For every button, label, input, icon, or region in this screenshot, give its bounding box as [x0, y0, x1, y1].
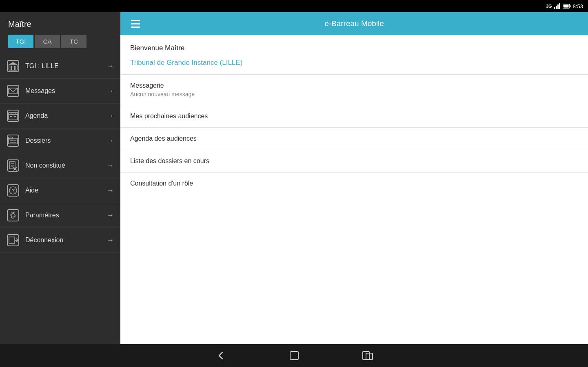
nav-item-messages[interactable]: Messages → — [0, 79, 120, 104]
nav-item-non-constitue[interactable]: Non constitué → — [0, 153, 120, 178]
nav-arrow-agenda: → — [107, 112, 114, 120]
content-area: Bienvenue Maître Tribunal de Grande Inst… — [120, 35, 588, 344]
svg-rect-15 — [9, 113, 18, 120]
hamburger-line-3 — [131, 27, 140, 28]
logout-icon — [7, 234, 20, 247]
svg-rect-3 — [559, 3, 560, 9]
nav-label-parametres: Paramètres — [25, 212, 107, 219]
message-icon — [7, 84, 20, 97]
signal-icon — [554, 3, 561, 9]
svg-rect-20 — [14, 116, 16, 117]
svg-rect-12 — [7, 85, 19, 97]
section-consultation-role[interactable]: Consultation d'un rôle — [120, 172, 588, 195]
nav-item-aide[interactable]: ? Aide → — [0, 178, 120, 203]
svg-rect-10 — [14, 66, 16, 70]
help-icon: ? — [7, 184, 20, 197]
nav-item-agenda[interactable]: Agenda → — [0, 104, 120, 128]
section-liste-dossiers[interactable]: Liste des dossiers en cours — [120, 150, 588, 172]
calendar-icon — [7, 109, 20, 122]
svg-rect-2 — [557, 4, 559, 9]
svg-rect-42 — [290, 352, 298, 360]
tab-ca[interactable]: CA — [35, 35, 60, 48]
nav-arrow-parametres: → — [107, 211, 114, 220]
nav-item-parametres[interactable]: Paramètres → — [0, 203, 120, 228]
nav-arrow-deconnexion: → — [107, 236, 114, 245]
clock: 8:53 — [573, 3, 583, 9]
main-content: e-Barreau Mobile Bienvenue Maître Tribun… — [120, 12, 588, 344]
section-title-consultation-role: Consultation d'un rôle — [130, 180, 578, 187]
nav-item-dossiers[interactable]: Dossiers → — [0, 128, 120, 153]
svg-rect-6 — [563, 5, 568, 8]
svg-text:?: ? — [12, 188, 15, 194]
bottom-bar — [0, 344, 588, 367]
section-agenda-audiences[interactable]: Agenda des audiences — [120, 127, 588, 150]
nav-item-deconnexion[interactable]: Déconnexion → — [0, 228, 120, 253]
nav-item-tgi[interactable]: TGI : LILLE → — [0, 54, 120, 79]
sidebar-header: Maître TGI CA TC — [0, 12, 120, 54]
status-icons: 3G 8:53 — [546, 3, 583, 9]
section-prochaines-audiences[interactable]: Mes prochaines audiences — [120, 105, 588, 127]
status-bar: 3G 8:53 — [0, 0, 588, 12]
hamburger-line-1 — [131, 20, 140, 21]
recents-icon — [362, 350, 373, 361]
svg-rect-5 — [570, 5, 570, 7]
svg-marker-11 — [9, 62, 17, 64]
tab-tc[interactable]: TC — [61, 35, 87, 48]
nav-label-aide: Aide — [25, 187, 107, 194]
nav-label-tgi: TGI : LILLE — [25, 62, 107, 70]
app-title: e-Barreau Mobile — [324, 19, 384, 28]
svg-rect-8 — [9, 64, 17, 70]
welcome-text: Bienvenue Maître — [120, 35, 588, 56]
nav-arrow-dossiers: → — [107, 137, 114, 145]
svg-rect-1 — [556, 6, 557, 9]
top-bar: e-Barreau Mobile — [120, 12, 588, 35]
svg-rect-40 — [9, 237, 15, 243]
section-title-prochaines-audiences: Mes prochaines audiences — [130, 113, 578, 120]
hamburger-line-2 — [131, 23, 140, 24]
section-messagerie[interactable]: Messagerie Aucun nouveau message — [120, 74, 588, 105]
sidebar: Maître TGI CA TC TGI : LILLE → — [0, 12, 120, 344]
back-icon — [215, 350, 226, 361]
hamburger-button[interactable] — [127, 15, 144, 32]
svg-rect-9 — [11, 66, 12, 70]
nav-label-messages: Messages — [25, 87, 107, 95]
sidebar-title: Maître — [8, 20, 112, 29]
section-title-messagerie: Messagerie — [130, 82, 578, 89]
folder-icon — [7, 134, 20, 147]
nav-arrow-messages: → — [107, 87, 114, 95]
svg-point-37 — [11, 214, 15, 217]
nav-label-non-constitue: Non constitué — [25, 162, 107, 169]
tab-tgi[interactable]: TGI — [8, 35, 33, 48]
nav-label-agenda: Agenda — [25, 112, 107, 119]
svg-rect-0 — [554, 7, 555, 9]
recents-button[interactable] — [359, 347, 376, 364]
nav-label-deconnexion: Déconnexion — [25, 237, 107, 244]
battery-icon — [563, 4, 571, 9]
back-button[interactable] — [213, 347, 229, 364]
nav-arrow-non-constitue: → — [107, 161, 114, 170]
home-icon — [288, 350, 300, 361]
tgi-link[interactable]: Tribunal de Grande Instance (LILLE) — [120, 56, 588, 74]
svg-rect-36 — [7, 210, 19, 221]
section-title-liste-dossiers: Liste des dossiers en cours — [130, 157, 578, 165]
courthouse-icon — [7, 60, 20, 73]
nav-arrow-tgi: → — [107, 62, 114, 71]
network-indicator: 3G — [546, 4, 552, 9]
section-title-agenda-audiences: Agenda des audiences — [130, 135, 578, 142]
settings-icon — [7, 209, 20, 222]
nav-label-dossiers: Dossiers — [25, 137, 107, 144]
section-subtitle-messagerie: Aucun nouveau message — [130, 91, 578, 97]
home-button[interactable] — [286, 347, 302, 364]
nav-arrow-aide: → — [107, 186, 114, 195]
file-icon — [7, 159, 20, 172]
tabs-container: TGI CA TC — [8, 35, 112, 48]
svg-rect-19 — [10, 116, 12, 117]
